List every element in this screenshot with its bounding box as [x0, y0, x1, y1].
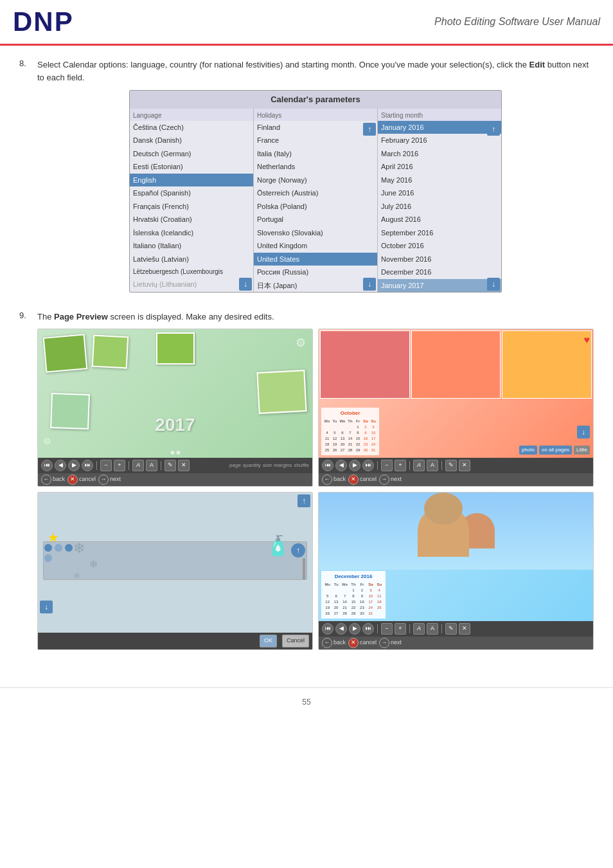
p3-scroll-left[interactable]: ↓: [40, 601, 53, 613]
month-aug-2016[interactable]: August 2016: [378, 213, 501, 226]
tb4-prev-prev[interactable]: ⏮: [322, 623, 333, 635]
tb2-font-a2[interactable]: A: [427, 460, 438, 471]
lang-czech[interactable]: Čeština (Czech): [130, 121, 253, 134]
lang-italian[interactable]: Italiano (Italian): [130, 239, 253, 253]
months-list[interactable]: January 2016 February 2016 March 2016 Ap…: [378, 121, 501, 293]
tb2-next-next[interactable]: ⏭: [362, 460, 374, 471]
tb-play[interactable]: ▶: [68, 460, 80, 471]
lang-danish[interactable]: Dansk (Danish): [130, 134, 253, 147]
back-btn-1[interactable]: ← back: [41, 475, 65, 485]
months-scroll-down[interactable]: ↓: [487, 278, 500, 291]
month-dec-2016[interactable]: December 2016: [378, 266, 501, 279]
cancel-button[interactable]: Cancel: [282, 635, 309, 647]
tb2-font-a[interactable]: A: [413, 460, 425, 471]
month-nov-2016[interactable]: November 2016: [378, 253, 501, 266]
holiday-finland[interactable]: Finland: [254, 121, 377, 134]
next-icon-2[interactable]: →: [379, 475, 389, 485]
month-oct-2016[interactable]: October 2016: [378, 239, 501, 253]
tb4-edit[interactable]: ✎: [445, 623, 457, 635]
tb-plus[interactable]: +: [114, 460, 125, 471]
lang-german[interactable]: Deutsch (German): [130, 147, 253, 161]
holiday-portugal[interactable]: Portugal: [254, 213, 377, 226]
tb4-minus[interactable]: −: [381, 623, 393, 635]
holiday-italy[interactable]: Italia (Italy): [254, 147, 377, 161]
holiday-us[interactable]: United States: [254, 253, 377, 266]
back-icon-4[interactable]: ←: [322, 638, 332, 648]
tb2-plus[interactable]: +: [395, 460, 406, 471]
holiday-netherlands[interactable]: Netherlands: [254, 160, 377, 174]
cancel-icon-1[interactable]: ✕: [67, 475, 78, 485]
tb4-font-a2[interactable]: A: [427, 623, 438, 635]
holiday-norway[interactable]: Norge (Norway): [254, 174, 377, 187]
tb4-close[interactable]: ✕: [459, 623, 470, 635]
holiday-austria[interactable]: Österreich (Austria): [254, 186, 377, 200]
tb4-prev[interactable]: ◀: [335, 623, 347, 635]
ok-button[interactable]: OK: [260, 635, 277, 647]
lang-french[interactable]: Français (French): [130, 200, 253, 213]
edit-scroll-up[interactable]: ↑: [291, 543, 305, 557]
cancel-icon-2[interactable]: ✕: [348, 475, 359, 485]
holidays-scroll-down[interactable]: ↓: [363, 278, 376, 291]
tb2-close[interactable]: ✕: [459, 460, 470, 471]
next-btn-2[interactable]: → next: [379, 475, 402, 485]
tb2-prev-prev[interactable]: ⏮: [322, 460, 333, 471]
holiday-uk[interactable]: United Kingdom: [254, 239, 377, 253]
cancel-btn-4[interactable]: ✕ cancel: [348, 638, 377, 648]
tb4-plus[interactable]: +: [395, 623, 406, 635]
holidays-list[interactable]: Finland France Italia (Italy) Netherland…: [254, 121, 377, 293]
cancel-btn-1[interactable]: ✕ cancel: [67, 475, 96, 485]
language-list[interactable]: Čeština (Czech) Dansk (Danish) Deutsch (…: [130, 121, 253, 291]
month-jun-2016[interactable]: June 2016: [378, 186, 501, 200]
tb2-minus[interactable]: −: [381, 460, 393, 471]
tb-next-next[interactable]: ⏭: [82, 460, 93, 471]
lang-luxembourgish[interactable]: Lëtzebuergesch (Luxembourgis: [130, 266, 253, 278]
back-icon-1[interactable]: ←: [41, 475, 51, 485]
month-feb-2016[interactable]: February 2016: [378, 134, 501, 147]
lang-estonian[interactable]: Eesti (Estonian): [130, 160, 253, 174]
photo-btn[interactable]: photo: [519, 446, 537, 455]
back-btn-2[interactable]: ← back: [322, 475, 346, 485]
next-btn-1[interactable]: → next: [98, 475, 121, 485]
language-scroll-down[interactable]: ↓: [239, 278, 252, 291]
holiday-poland[interactable]: Polska (Poland): [254, 200, 377, 213]
lang-lithuanian[interactable]: Lietuvių (Lithuanian): [130, 278, 253, 291]
cancel-btn-2[interactable]: ✕ cancel: [348, 475, 377, 485]
lang-english[interactable]: English: [130, 174, 253, 187]
lang-icelandic[interactable]: Íslenska (Icelandic): [130, 226, 253, 240]
tb-prev[interactable]: ◀: [55, 460, 66, 471]
back-icon-2[interactable]: ←: [322, 475, 332, 485]
tb2-play[interactable]: ▶: [349, 460, 360, 471]
month-jan-2016[interactable]: January 2016: [378, 121, 501, 134]
tb4-play[interactable]: ▶: [349, 623, 360, 635]
on-all-pages-btn[interactable]: on all pages: [539, 446, 572, 455]
tb4-next-next[interactable]: ⏭: [362, 623, 374, 635]
month-sep-2016[interactable]: September 2016: [378, 226, 501, 240]
tb-font-a2[interactable]: A: [146, 460, 157, 471]
tb-font-a[interactable]: A: [132, 460, 144, 471]
next-icon-1[interactable]: →: [98, 475, 109, 485]
lang-latvian[interactable]: Latviešu (Latvian): [130, 253, 253, 266]
holidays-scroll-up[interactable]: ↑: [363, 123, 376, 136]
tb-close[interactable]: ✕: [178, 460, 190, 471]
tb-minus[interactable]: −: [100, 460, 112, 471]
tb-prev-prev[interactable]: ⏮: [41, 460, 53, 471]
month-jul-2016[interactable]: July 2016: [378, 200, 501, 213]
month-apr-2016[interactable]: April 2016: [378, 160, 501, 174]
tb-edit[interactable]: ✎: [164, 460, 176, 471]
lang-croatian[interactable]: Hrvatski (Croatian): [130, 213, 253, 226]
back-btn-4[interactable]: ← back: [322, 638, 346, 648]
month-may-2016[interactable]: May 2016: [378, 174, 501, 187]
holiday-russia[interactable]: Россия (Russia): [254, 266, 377, 279]
next-icon-4[interactable]: →: [379, 638, 389, 648]
oct-scroll-down[interactable]: ↓: [577, 426, 590, 439]
p3-scroll-up[interactable]: ↑: [298, 494, 310, 507]
month-mar-2016[interactable]: March 2016: [378, 147, 501, 161]
cancel-icon-4[interactable]: ✕: [348, 638, 359, 648]
holiday-france[interactable]: France: [254, 134, 377, 147]
month-jan-2017[interactable]: January 2017: [378, 279, 501, 293]
next-btn-4[interactable]: → next: [379, 638, 402, 648]
lang-spanish[interactable]: Español (Spanish): [130, 186, 253, 200]
tb2-prev[interactable]: ◀: [335, 460, 347, 471]
little-btn[interactable]: Little: [574, 446, 590, 455]
months-scroll-up[interactable]: ↑: [487, 123, 500, 136]
